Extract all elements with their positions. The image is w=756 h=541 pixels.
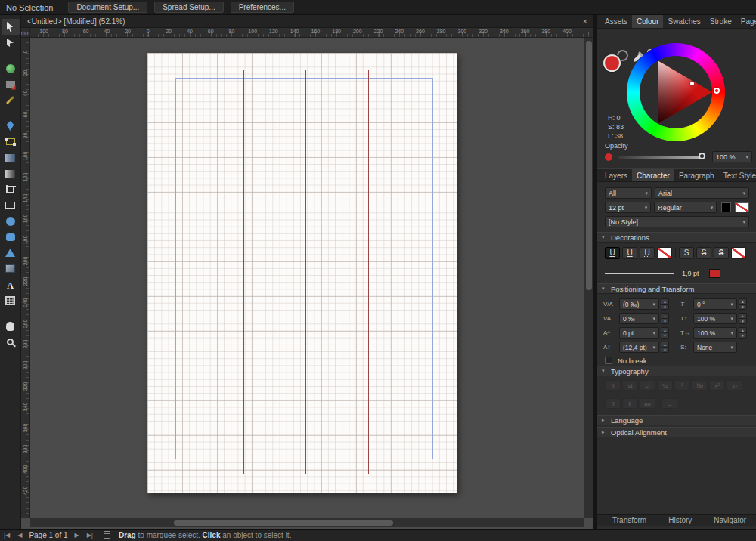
- tab-layers[interactable]: Layers: [600, 169, 632, 181]
- tab-swatches[interactable]: Swatches: [663, 15, 705, 28]
- optical-alignment-section-header[interactable]: Optical Alignment: [597, 427, 756, 437]
- close-icon[interactable]: ×: [583, 17, 587, 26]
- opacity-slider-track[interactable]: [618, 156, 700, 159]
- column-guide[interactable]: [368, 70, 369, 474]
- script-dropdown[interactable]: None: [693, 342, 737, 353]
- underline-no-colour-swatch[interactable]: [657, 247, 672, 259]
- strikethrough-no-colour-swatch[interactable]: [731, 247, 746, 259]
- leading-field[interactable]: (12,4 pt): [619, 342, 659, 353]
- pen-tool-button[interactable]: [2, 118, 20, 134]
- stroke-colour-well[interactable]: [617, 50, 628, 61]
- column-guide[interactable]: [243, 70, 244, 474]
- document-setup-button[interactable]: Document Setup...: [68, 2, 147, 13]
- vertical-scale-field[interactable]: 100 %: [693, 313, 737, 324]
- tab-character[interactable]: Character: [632, 169, 674, 181]
- rectangle-tool-button[interactable]: [2, 197, 20, 213]
- tab-pages[interactable]: Pages: [736, 15, 756, 28]
- language-section-header[interactable]: Language: [597, 415, 756, 425]
- tab-assets[interactable]: Assets: [600, 15, 632, 28]
- double-underline-button[interactable]: U: [622, 247, 637, 259]
- vector-crop-tool-button[interactable]: [2, 181, 20, 197]
- triangle-tool-button[interactable]: [2, 245, 20, 261]
- artistic-text-tool-button[interactable]: [2, 277, 20, 292]
- rounded-rectangle-tool-button[interactable]: [2, 229, 20, 245]
- hue-marker[interactable]: [714, 88, 720, 94]
- tab-stroke[interactable]: Stroke: [705, 15, 736, 28]
- canvas[interactable]: [30, 38, 584, 518]
- stroke-colour-swatch[interactable]: [709, 269, 720, 278]
- leading-stepper[interactable]: [661, 342, 669, 353]
- font-size-dropdown[interactable]: 12 pt: [605, 202, 651, 213]
- strikethrough-button[interactable]: S: [679, 247, 694, 259]
- opacity-value-dropdown[interactable]: 100 %: [712, 151, 752, 162]
- positioning-section-header[interactable]: Positioning and Transform: [597, 283, 756, 294]
- preferences-button[interactable]: Preferences...: [231, 2, 294, 13]
- kerning-stepper[interactable]: [661, 298, 669, 310]
- transparency-tool-button[interactable]: [2, 165, 20, 181]
- vertical-ruler[interactable]: 0204060801001201401601802002202402602803…: [21, 38, 30, 518]
- vertical-scale-stepper[interactable]: [739, 313, 747, 324]
- table-tool-button[interactable]: [2, 292, 20, 308]
- vector-brush-tool-button[interactable]: [2, 92, 20, 108]
- tab-paragraph[interactable]: Paragraph: [674, 169, 719, 181]
- single-strikethrough-button[interactable]: S: [696, 247, 711, 259]
- vertical-scrollbar-thumb[interactable]: [586, 41, 592, 290]
- tab-history[interactable]: History: [664, 516, 696, 524]
- typography-section-header[interactable]: Typography: [597, 366, 756, 376]
- tracking-field[interactable]: 0 ‰: [619, 313, 659, 324]
- fill-colour-well[interactable]: [605, 56, 619, 70]
- previous-page-button[interactable]: [14, 532, 26, 539]
- underline-button[interactable]: U: [605, 247, 620, 259]
- gradient-tool-button[interactable]: [2, 150, 20, 165]
- last-page-button[interactable]: [83, 532, 97, 539]
- document-tab-title[interactable]: <Untitled> [Modified] (52.1%): [27, 17, 125, 26]
- baseline-stepper[interactable]: [661, 327, 669, 339]
- baseline-field[interactable]: 0 pt: [619, 327, 659, 339]
- font-collection-dropdown[interactable]: All: [605, 187, 652, 199]
- text-colour-swatch[interactable]: [721, 202, 731, 212]
- dotted-underline-button[interactable]: U: [640, 247, 655, 259]
- tracking-stepper[interactable]: [661, 313, 669, 324]
- spread-setup-button[interactable]: Spread Setup...: [154, 2, 224, 13]
- colour-picker-tool-button[interactable]: [2, 60, 20, 76]
- node-tool-button[interactable]: [2, 35, 20, 51]
- node-editor-tool-button[interactable]: [2, 134, 20, 150]
- horizontal-scale-field[interactable]: 100 %: [693, 327, 737, 339]
- kerning-field[interactable]: (0 ‰): [619, 298, 659, 310]
- saturation-lightness-marker[interactable]: [690, 82, 694, 85]
- tab-transform[interactable]: Transform: [608, 516, 651, 524]
- first-page-button[interactable]: [0, 532, 14, 539]
- move-tool-button[interactable]: [2, 19, 20, 35]
- page-list-icon[interactable]: [104, 531, 110, 539]
- tab-navigator[interactable]: Navigator: [709, 516, 751, 524]
- no-break-checkbox[interactable]: [605, 357, 612, 364]
- view-tool-button[interactable]: [2, 318, 20, 334]
- text-stroke-none-swatch[interactable]: [735, 202, 749, 212]
- horizontal-scale-stepper[interactable]: [739, 327, 747, 339]
- horizontal-scrollbar-thumb[interactable]: [174, 520, 393, 526]
- tab-text-styles[interactable]: Text Styles: [719, 169, 756, 181]
- page[interactable]: [147, 53, 457, 493]
- ellipse-tool-button[interactable]: [2, 213, 20, 229]
- current-colour-swatch[interactable]: [605, 153, 612, 161]
- font-family-dropdown[interactable]: Arial: [655, 187, 749, 199]
- vertical-scrollbar[interactable]: [584, 38, 593, 518]
- picture-frame-tool-icon: [5, 264, 15, 273]
- colour-wheel[interactable]: [627, 43, 725, 141]
- zoom-tool-button[interactable]: [2, 334, 20, 350]
- next-page-button[interactable]: [71, 532, 83, 539]
- double-strikethrough-button[interactable]: S: [714, 247, 729, 259]
- shear-field[interactable]: 0 °: [693, 298, 737, 310]
- decorations-section-header[interactable]: Decorations: [597, 232, 756, 243]
- stroke-width-value[interactable]: 1,9 pt: [682, 270, 699, 277]
- font-weight-dropdown[interactable]: Regular: [654, 202, 717, 213]
- opacity-slider-knob[interactable]: [699, 153, 705, 159]
- column-guide[interactable]: [305, 70, 306, 474]
- horizontal-ruler[interactable]: -100-80-60-40-20020406080100120140160180…: [30, 28, 593, 38]
- text-style-dropdown[interactable]: [No Style]: [605, 216, 749, 227]
- picture-frame-tool-button[interactable]: [2, 261, 20, 277]
- shear-stepper[interactable]: [739, 298, 747, 310]
- tab-colour[interactable]: Colour: [632, 15, 663, 28]
- horizontal-scrollbar[interactable]: [30, 518, 584, 527]
- place-image-tool-button[interactable]: [2, 76, 20, 92]
